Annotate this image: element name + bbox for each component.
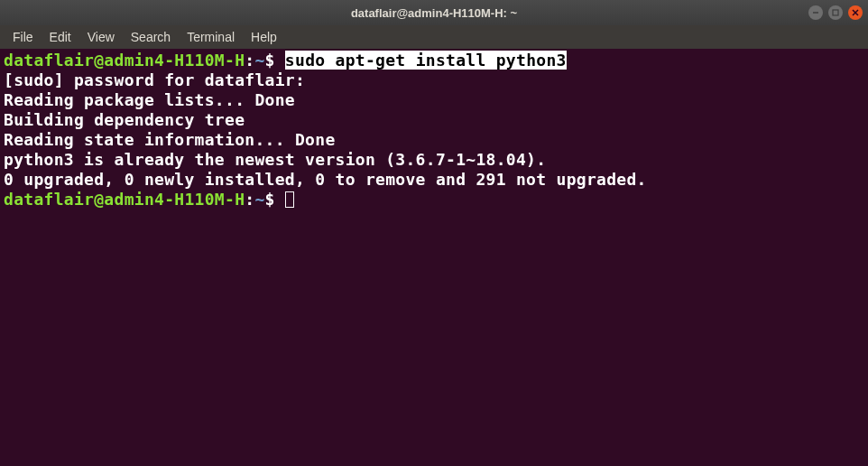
menubar: File Edit View Search Terminal Help (0, 25, 868, 49)
prompt-line-1: dataflair@admin4-H110M-H:~$ sudo apt-get… (4, 51, 864, 70)
cursor (285, 191, 294, 208)
svg-rect-1 (833, 10, 838, 15)
menu-edit[interactable]: Edit (42, 28, 78, 46)
output-line: Building dependency tree (4, 110, 864, 130)
menu-view[interactable]: View (80, 28, 122, 46)
maximize-button[interactable] (828, 5, 843, 20)
output-line: python3 is already the newest version (3… (4, 150, 864, 170)
minimize-button[interactable] (808, 5, 823, 20)
output-line: Reading package lists... Done (4, 90, 864, 110)
prompt-colon: : (245, 51, 254, 70)
prompt-userhost: dataflair@admin4-H110M-H (4, 51, 245, 70)
command-text: sudo apt-get install python3 (285, 51, 567, 70)
titlebar: dataflair@admin4-H110M-H: ~ (0, 0, 868, 25)
prompt-path: ~ (254, 51, 264, 70)
output-line: [sudo] password for dataflair: (4, 70, 864, 90)
menu-search[interactable]: Search (124, 28, 178, 46)
prompt-line-2: dataflair@admin4-H110M-H:~$ (4, 190, 864, 210)
prompt-path: ~ (254, 190, 264, 209)
menu-help[interactable]: Help (244, 28, 284, 46)
menu-terminal[interactable]: Terminal (180, 28, 242, 46)
prompt-colon: : (245, 190, 254, 209)
output-line: Reading state information... Done (4, 130, 864, 150)
output-line: 0 upgraded, 0 newly installed, 0 to remo… (4, 170, 864, 190)
close-button[interactable] (848, 5, 863, 20)
window-title: dataflair@admin4-H110M-H: ~ (351, 6, 517, 20)
terminal-area[interactable]: dataflair@admin4-H110M-H:~$ sudo apt-get… (0, 49, 868, 466)
prompt-dollar: $ (265, 190, 275, 209)
window-controls (808, 5, 863, 20)
menu-file[interactable]: File (5, 28, 41, 46)
prompt-dollar: $ (265, 51, 275, 70)
prompt-userhost: dataflair@admin4-H110M-H (4, 190, 245, 209)
